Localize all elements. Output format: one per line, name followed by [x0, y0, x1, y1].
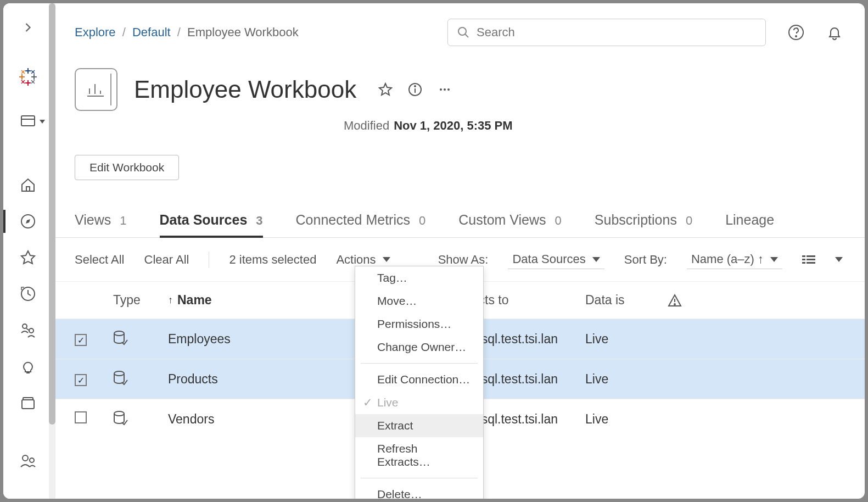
menu-item-move[interactable]: Move… — [355, 289, 483, 313]
datasource-icon — [113, 330, 128, 348]
tableau-logo-icon[interactable] — [17, 66, 39, 88]
show-as-dropdown[interactable]: Data Sources — [508, 250, 604, 269]
sidebar — [3, 3, 53, 499]
page-title: Employee Workbook — [134, 76, 356, 103]
col-type[interactable]: Type — [113, 293, 168, 308]
shared-users-icon[interactable] — [20, 322, 36, 338]
tab-views[interactable]: Views1 — [75, 212, 127, 236]
svg-point-55 — [114, 371, 124, 376]
breadcrumb-explore[interactable]: Explore — [75, 25, 116, 39]
svg-rect-27 — [23, 398, 33, 400]
svg-rect-47 — [802, 259, 805, 260]
menu-item-refresh-extracts[interactable]: Refresh Extracts… — [355, 437, 483, 473]
svg-point-28 — [23, 455, 28, 461]
row-checkbox[interactable]: ✓ — [75, 334, 87, 346]
row-datais: Live — [585, 412, 668, 427]
workbook-icon — [75, 68, 117, 111]
row-checkbox[interactable] — [75, 411, 87, 423]
lightbulb-recommendations-icon[interactable] — [20, 358, 36, 375]
svg-point-30 — [458, 27, 466, 35]
search-box[interactable] — [447, 19, 766, 46]
tab-custom-views[interactable]: Custom Views0 — [458, 212, 562, 236]
svg-point-56 — [114, 411, 124, 416]
sort-by-dropdown[interactable]: Name (a–z) ↑ — [687, 250, 782, 269]
svg-point-29 — [30, 458, 34, 462]
menu-separator — [361, 363, 478, 364]
menu-item-permissions[interactable]: Permissions… — [355, 313, 483, 336]
clear-all-link[interactable]: Clear All — [144, 253, 189, 267]
actions-menu: Tag… Move… Permissions… Change Owner… Ed… — [355, 266, 484, 499]
svg-rect-48 — [807, 259, 815, 260]
menu-item-edit-connection[interactable]: Edit Connection… — [355, 368, 483, 391]
collections-box-icon[interactable] — [20, 394, 36, 411]
svg-point-54 — [114, 331, 124, 336]
star-favorite-icon[interactable] — [378, 82, 393, 97]
list-view-icon[interactable] — [802, 254, 815, 265]
sort-by-label: Sort By: — [624, 253, 667, 267]
row-datais: Live — [585, 332, 668, 347]
notifications-bell-icon[interactable] — [826, 24, 843, 41]
divider — [209, 252, 209, 268]
breadcrumb-current: Employee Workbook — [187, 25, 299, 39]
info-icon[interactable] — [408, 82, 422, 97]
scrollbar-thumb[interactable] — [49, 3, 55, 425]
menu-item-extract[interactable]: Extract — [355, 414, 483, 437]
tab-lineage[interactable]: Lineage — [725, 212, 774, 236]
svg-point-41 — [415, 86, 416, 87]
menu-item-live[interactable]: ✓Live — [355, 391, 483, 414]
search-input[interactable] — [477, 25, 757, 40]
tab-data-sources[interactable]: Data Sources3 — [160, 212, 263, 238]
explore-compass-icon[interactable] — [20, 213, 36, 230]
col-data-is[interactable]: Data is — [585, 293, 668, 308]
caret-down-icon — [592, 257, 600, 262]
svg-point-53 — [674, 304, 675, 305]
svg-point-43 — [444, 88, 446, 91]
help-icon[interactable] — [788, 24, 804, 41]
svg-rect-50 — [807, 262, 815, 264]
menu-item-tag[interactable]: Tag… — [355, 266, 483, 289]
row-checkbox[interactable]: ✓ — [75, 374, 87, 386]
svg-rect-26 — [22, 400, 34, 409]
svg-point-33 — [796, 36, 797, 37]
search-icon — [457, 26, 470, 39]
svg-point-24 — [29, 328, 33, 333]
svg-marker-21 — [21, 251, 35, 264]
edit-workbook-button[interactable]: Edit Workbook — [75, 155, 179, 180]
svg-marker-20 — [26, 219, 30, 224]
caret-down-icon — [770, 257, 778, 262]
breadcrumb: Explore / Default / Employee Workbook — [75, 25, 299, 40]
more-actions-icon[interactable] — [438, 82, 452, 97]
tabs: Views1 Data Sources3 Connected Metrics0 … — [53, 185, 865, 238]
svg-rect-46 — [807, 255, 815, 257]
recents-clock-icon[interactable] — [20, 286, 36, 302]
caret-down-icon — [383, 257, 390, 262]
window-icon[interactable] — [20, 113, 36, 130]
star-favorites-icon[interactable] — [20, 249, 36, 266]
col-alert-icon[interactable] — [668, 293, 695, 308]
sidebar-expand-chevron-icon[interactable] — [20, 20, 36, 35]
svg-line-31 — [465, 34, 468, 37]
tab-subscriptions[interactable]: Subscriptions0 — [595, 212, 692, 236]
menu-separator — [361, 478, 478, 478]
svg-marker-38 — [379, 83, 391, 95]
svg-point-42 — [440, 88, 442, 91]
menu-item-change-owner[interactable]: Change Owner… — [355, 336, 483, 359]
users-group-icon[interactable] — [20, 453, 36, 469]
selection-count: 2 items selected — [229, 253, 316, 267]
view-mode-caret-icon[interactable] — [835, 257, 843, 262]
topbar: Explore / Default / Employee Workbook — [53, 3, 865, 46]
menu-item-delete[interactable]: Delete… — [355, 483, 483, 499]
svg-rect-49 — [802, 262, 805, 264]
home-icon[interactable] — [20, 177, 36, 193]
row-datais: Live — [585, 372, 668, 387]
modified-info: ModifiedNov 1, 2020, 5:35 PM — [53, 119, 865, 133]
svg-rect-45 — [802, 255, 805, 257]
show-as-label: Show As: — [438, 253, 489, 267]
select-all-link[interactable]: Select All — [75, 253, 125, 267]
tab-connected-metrics[interactable]: Connected Metrics0 — [296, 212, 426, 236]
actions-dropdown-button[interactable]: Actions — [336, 253, 390, 267]
svg-point-23 — [23, 324, 27, 328]
svg-rect-16 — [21, 116, 35, 126]
svg-rect-18 — [26, 187, 30, 191]
breadcrumb-project[interactable]: Default — [132, 25, 171, 39]
